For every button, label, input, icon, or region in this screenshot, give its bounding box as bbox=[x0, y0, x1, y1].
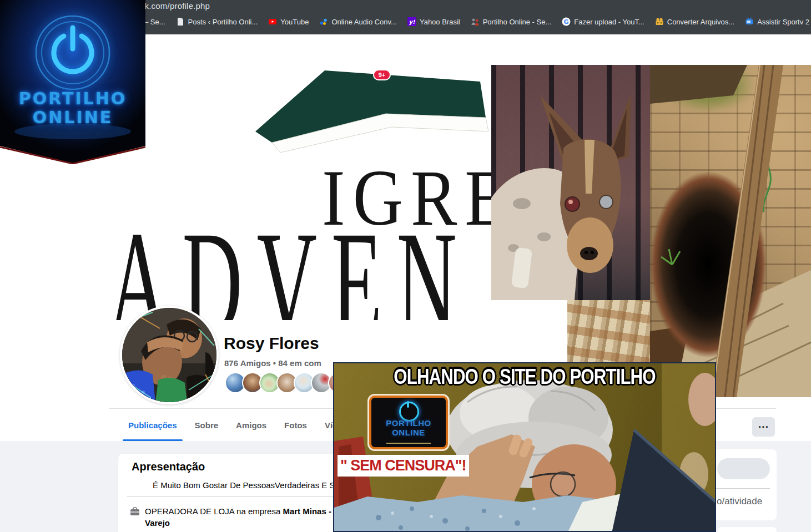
portilho-text-line1: PORTILHO bbox=[0, 89, 145, 108]
intro-bio: É Muito Bom Gostar De PessoasVerdadeiras… bbox=[153, 480, 341, 490]
bookmark-item[interactable]: – Se... bbox=[144, 18, 165, 26]
bookmark-label: Portilho Online - Se... bbox=[483, 18, 552, 26]
screen: ok.com/profile.php – Se... Posts ‹ Porti… bbox=[0, 0, 811, 532]
bookmark-label: Assistir Sportv 2 ao... bbox=[757, 18, 811, 26]
bookmark-item[interactable]: Assistir Sportv 2 ao... bbox=[745, 17, 811, 26]
bookmark-item[interactable]: Portilho Online - Se... bbox=[471, 17, 552, 26]
bookmark-item[interactable]: Online Audio Conv... bbox=[319, 17, 397, 26]
yahoo-icon: y! bbox=[407, 17, 416, 26]
document-icon bbox=[176, 17, 185, 26]
meme-caption-text: " SEM CENSURA"! bbox=[340, 457, 466, 474]
bookmark-label: Converter Arquivos... bbox=[667, 18, 734, 26]
profile-name: Rosy Flores bbox=[224, 334, 319, 353]
bookmark-item[interactable]: Converter Arquivos... bbox=[655, 17, 734, 26]
divider bbox=[716, 488, 770, 489]
friends-stats[interactable]: 876 Amigos • 84 em com bbox=[224, 358, 321, 368]
people-icon bbox=[471, 17, 480, 26]
meme-image: OLHANDO O SITE DO PORTILHO PORTILHO ONLI… bbox=[333, 362, 716, 532]
right-card-button[interactable] bbox=[717, 458, 770, 479]
logo-url-line bbox=[386, 443, 431, 444]
tab-publicacoes[interactable]: Publicações bbox=[119, 409, 186, 441]
meme-caption-box: " SEM CENSURA"! bbox=[338, 455, 469, 477]
bookmark-label: Posts ‹ Portilho Onli... bbox=[188, 18, 258, 26]
bookmark-label: YouTube bbox=[280, 18, 309, 26]
youtube-icon bbox=[268, 17, 277, 26]
meme-portilho-logo: PORTILHO ONLINE bbox=[369, 396, 448, 449]
url-bar[interactable]: ok.com/profile.php bbox=[140, 1, 210, 11]
bookmark-label: – Se... bbox=[144, 18, 165, 26]
watch-badge: 9+ bbox=[373, 69, 391, 80]
well-photo bbox=[650, 65, 811, 397]
bookmark-item[interactable]: YouTube bbox=[268, 17, 309, 26]
portilho-logo-overlay: PORTILHO ONLINE bbox=[0, 0, 145, 164]
bookmark-item[interactable]: y! Yahoo Brasil bbox=[407, 17, 460, 26]
right-card: o/atividade bbox=[716, 449, 777, 520]
meme-logo-text: PORTILHO ONLINE bbox=[371, 418, 446, 437]
more-dots: ... bbox=[758, 418, 769, 430]
right-card-below bbox=[718, 527, 777, 532]
tab-sobre[interactable]: Sobre bbox=[186, 409, 228, 441]
dog-photo bbox=[491, 65, 650, 300]
svg-text:G: G bbox=[564, 18, 569, 26]
bookmark-label: Yahoo Brasil bbox=[420, 18, 460, 26]
bookmark-item[interactable]: Posts ‹ Portilho Onli... bbox=[176, 17, 258, 26]
tab-fotos[interactable]: Fotos bbox=[275, 409, 316, 441]
briefcase-icon bbox=[129, 506, 140, 529]
svg-text:y!: y! bbox=[409, 19, 415, 26]
friend-avatars bbox=[225, 372, 349, 393]
tab-amigos[interactable]: Amigos bbox=[227, 409, 275, 441]
tv-icon bbox=[745, 17, 754, 26]
bookmark-label: Fazer upload - YouT... bbox=[574, 18, 644, 26]
audio-dots-icon bbox=[319, 17, 328, 26]
movie-camera-icon bbox=[655, 17, 664, 26]
bookmark-label: Online Audio Conv... bbox=[331, 18, 397, 26]
intro-title: Apresentação bbox=[132, 460, 205, 473]
cover-text-line2: ADVEN bbox=[108, 197, 471, 320]
activity-label[interactable]: o/atividade bbox=[717, 496, 762, 507]
more-options-button[interactable]: ... bbox=[752, 417, 775, 437]
meme-title: OLHANDO O SITE DO PORTILHO bbox=[349, 364, 699, 389]
bookmark-item[interactable]: G Fazer upload - YouT... bbox=[562, 17, 644, 26]
google-icon: G bbox=[562, 17, 571, 26]
profile-picture[interactable] bbox=[120, 306, 219, 404]
bookmarks-bar: – Se... Posts ‹ Portilho Onli... YouTube… bbox=[144, 17, 811, 26]
portilho-text-line2: ONLINE bbox=[0, 108, 145, 127]
